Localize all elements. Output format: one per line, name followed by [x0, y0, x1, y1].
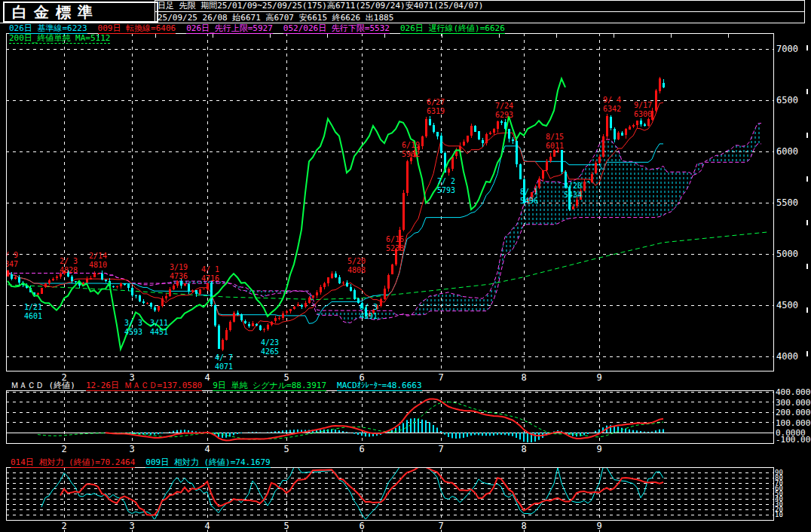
svg-text:6500: 6500	[776, 95, 798, 105]
svg-text:3: 3	[129, 521, 134, 531]
svg-text:7: 7	[438, 521, 443, 531]
svg-text:200.0000: 200.0000	[776, 408, 811, 417]
svg-text:10: 10	[775, 511, 783, 518]
annotation-low-311: 3/114451	[150, 319, 168, 336]
annotation-high-214: 2/144810	[89, 252, 107, 269]
svg-text:5: 5	[283, 521, 289, 531]
legend-item-2: 026日_先行上限=5927	[186, 24, 273, 34]
svg-text:7: 7	[438, 372, 443, 383]
annotation-high-520: 5/204808	[347, 257, 366, 274]
annotation-high-616: 6/165238	[386, 235, 404, 252]
legend-item-3: 052/026日 先行下限=5532	[283, 24, 390, 34]
svg-text:4: 4	[204, 444, 210, 454]
annotation-low-423: 4/234265	[261, 338, 279, 356]
annotation-high-917: 9/176300	[634, 101, 652, 118]
svg-text:9: 9	[596, 444, 601, 454]
annotation-low-820: 8/205434	[564, 182, 582, 199]
annotation-low-33: 3/ 34593	[124, 319, 142, 336]
legend-row-ma200: 200日_終値単純 MA=5112	[9, 34, 110, 44]
svg-text:8: 8	[521, 372, 526, 383]
svg-text:400.0000: 400.0000	[776, 387, 811, 397]
legend-item-1: 009日 相対力 (終値)=74.1679	[145, 458, 270, 468]
header-line2: 25/09/25 26/08 始6671 高6707 安6615 終6626 出…	[158, 13, 393, 23]
annotation-low-63: 6/ 34391	[360, 303, 378, 320]
svg-text:6: 6	[359, 444, 364, 454]
annotation-low-47: 4/ 74071	[215, 353, 233, 371]
annotation-low-81: 8/ 15496	[520, 188, 538, 205]
header-rule-mid	[155, 11, 805, 12]
svg-text:2: 2	[61, 444, 66, 454]
svg-text:2: 2	[61, 521, 66, 531]
svg-text:8: 8	[521, 444, 526, 454]
annotation-high-815: 8/156011	[546, 133, 564, 150]
svg-text:4000: 4000	[776, 351, 798, 362]
svg-text:4: 4	[204, 521, 210, 531]
svg-text:7000: 7000	[776, 44, 798, 54]
chart-app-window: 7000650060005500500045004000400.0000300.…	[0, 0, 811, 532]
svg-text:6: 6	[359, 521, 364, 531]
svg-text:6000: 6000	[776, 146, 798, 157]
annotation-high-319: 3/194736	[170, 263, 188, 280]
annotation-low-121: 1/214601	[24, 303, 42, 320]
legend-item-1: 9日 単純 シグナル=88.3917	[213, 381, 326, 391]
annotation-high-41: 4/ 14716	[201, 265, 219, 283]
svg-text:5: 5	[283, 444, 289, 454]
svg-text:300.0000: 300.0000	[776, 398, 811, 408]
header-line1: 日足 先限 期間25/01/09~25/09/25(175)高6711(25/0…	[158, 1, 483, 11]
annotation-high-627: 6/276319	[427, 98, 445, 115]
svg-text:8: 8	[521, 521, 526, 531]
svg-text:3: 3	[129, 444, 134, 454]
annotation-high-94: 9/ 46342	[603, 96, 621, 113]
legend-item-0: 014日 相対力 (終値)=70.2464	[11, 458, 135, 468]
svg-text:100.0000: 100.0000	[776, 418, 811, 428]
svg-text:9: 9	[596, 521, 601, 531]
instrument-title: 白金標準	[3, 2, 158, 23]
chart-canvas[interactable]: 7000650060005500500045004000400.0000300.…	[0, 0, 811, 532]
annotation-high-619: 6/195902	[402, 141, 420, 158]
legend-item-4: 026日 遅行線(終値)=6626	[400, 24, 505, 34]
annotation-high-19: 1/ 94847	[0, 251, 18, 268]
svg-text:-100.000: -100.000	[776, 435, 811, 445]
rsi-header: 014日 相対力 (終値)=70.2464009日 相対力 (終値)=74.16…	[11, 458, 271, 468]
annotation-high-23: 2/ 34828	[60, 257, 78, 274]
svg-text:9: 9	[596, 372, 601, 383]
svg-text:4500: 4500	[776, 300, 798, 310]
svg-text:5000: 5000	[776, 249, 798, 259]
macd-header: ＭＡＣＤ (終値) 12-26日 ＭＡＣＤ=137.05809日 単純 シグナル…	[11, 381, 422, 391]
legend-item-2: MACDｵｼﾚｰﾀｰ=48.6663	[337, 381, 421, 391]
svg-text:7: 7	[438, 444, 443, 454]
macd-title: ＭＡＣＤ (終値)	[11, 381, 75, 391]
legend-item-0: 200日_終値単純 MA=5112	[9, 34, 110, 44]
annotation-high-724: 7/246293	[495, 102, 513, 119]
legend-item-0: 12-26日 ＭＡＣＤ=137.0580	[86, 381, 202, 391]
svg-text:5500: 5500	[776, 197, 798, 208]
annotation-low-72: 7/ 25793	[437, 177, 455, 194]
